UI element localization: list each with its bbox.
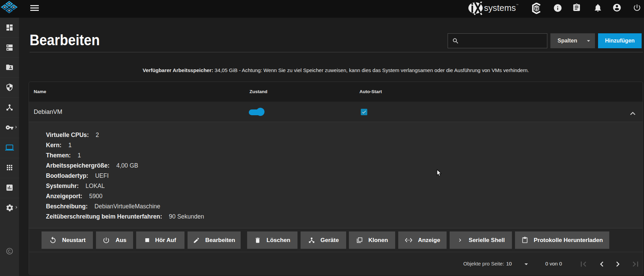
svg-text:™: ™ — [516, 4, 518, 6]
svg-text:systems: systems — [484, 3, 516, 13]
